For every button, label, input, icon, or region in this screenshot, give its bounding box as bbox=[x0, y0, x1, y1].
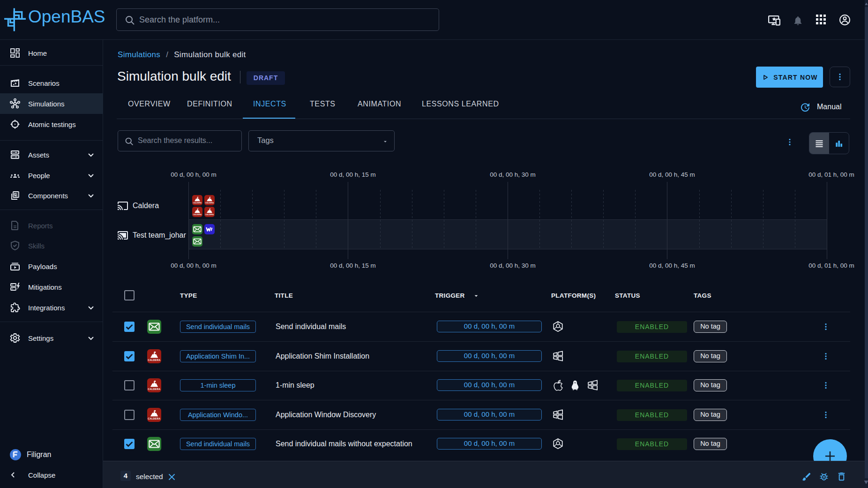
svg-text:CALDERA: CALDERA bbox=[148, 417, 160, 420]
svg-text:CALDERA: CALDERA bbox=[193, 202, 202, 204]
svg-text:CALDERA: CALDERA bbox=[148, 388, 160, 390]
svg-text:CALDERA: CALDERA bbox=[205, 202, 214, 204]
svg-text:CALDERA: CALDERA bbox=[193, 214, 202, 216]
svg-text:CALDERA: CALDERA bbox=[205, 214, 214, 216]
svg-text:CALDERA: CALDERA bbox=[148, 359, 160, 361]
